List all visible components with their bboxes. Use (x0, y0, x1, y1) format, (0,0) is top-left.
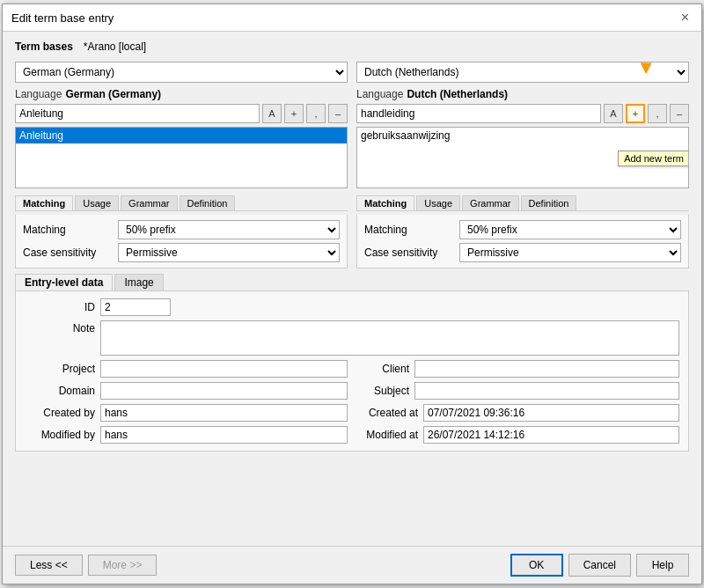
entry-level-tabs: Entry-level data Image (15, 274, 689, 290)
entry-level-section: Entry-level data Image ID Note Project (15, 274, 689, 452)
left-matching-tabs: Matching Usage Grammar Definition (15, 195, 348, 211)
left-tab-definition[interactable]: Definition (180, 195, 236, 210)
left-language-label: Language (15, 88, 62, 100)
right-tab-definition[interactable]: Definition (521, 195, 577, 210)
modified-by-label: Modified by (25, 429, 95, 441)
right-term-item-0[interactable]: gebruiksaanwijzing (357, 128, 688, 143)
subject-input[interactable] (414, 382, 679, 400)
right-matching-tabs: Matching Usage Grammar Definition (356, 195, 689, 211)
edit-term-dialog: Edit term base entry × Term bases *Arano… (2, 4, 702, 584)
cancel-button[interactable]: Cancel (568, 554, 631, 577)
created-at-input[interactable] (423, 404, 679, 422)
left-term-list: Anleitung (15, 127, 348, 188)
modified-at-input[interactable] (423, 426, 679, 444)
add-new-term-tooltip: Add new term (618, 151, 689, 166)
tab-image[interactable]: Image (114, 274, 163, 290)
created-by-input[interactable] (100, 404, 348, 422)
subject-row: Subject (356, 382, 679, 400)
footer-left: Less << More >> (15, 555, 157, 576)
project-client-row: Project Client (25, 360, 679, 378)
right-matching-content: Matching 50% prefix Case sensitivity Per… (356, 215, 689, 268)
left-tab-grammar[interactable]: Grammar (121, 195, 177, 210)
right-tab-usage[interactable]: Usage (416, 195, 460, 210)
left-language-section: German (Germany) Language German (German… (15, 62, 348, 268)
left-btn-a[interactable]: A (262, 104, 282, 123)
tab-entry-level-data[interactable]: Entry-level data (15, 274, 113, 290)
term-bases-row: Term bases *Arano [local] (15, 40, 689, 53)
left-tab-usage[interactable]: Usage (75, 195, 119, 210)
left-term-input[interactable] (15, 104, 260, 123)
project-label: Project (25, 363, 95, 375)
right-case-row: Case sensitivity Permissive (364, 243, 681, 262)
title-bar: Edit term base entry × (3, 4, 701, 32)
left-case-select[interactable]: Permissive (118, 243, 340, 262)
right-matching-select[interactable]: 50% prefix (459, 220, 681, 239)
dialog-body: Term bases *Arano [local] German (German… (3, 32, 701, 546)
modified-by-input[interactable] (100, 426, 348, 444)
domain-label: Domain (25, 385, 95, 397)
left-btn-minus[interactable]: – (328, 104, 348, 123)
created-by-row: Created by (25, 404, 348, 422)
right-language-label: Language (356, 88, 403, 100)
left-case-label: Case sensitivity (23, 246, 111, 259)
left-btn-plus[interactable]: + (284, 104, 304, 123)
term-bases-value: *Arano [local] (84, 40, 146, 53)
right-btn-comma[interactable]: , (648, 104, 667, 123)
note-row: Note (25, 320, 679, 356)
left-matching-content: Matching 50% prefix Case sensitivity Per… (15, 215, 348, 268)
created-row: Created by Created at (25, 404, 679, 422)
left-term-input-row: A + , – (15, 104, 348, 123)
left-matching-label: Matching (23, 224, 111, 236)
ok-button[interactable]: OK (510, 554, 563, 577)
right-tab-grammar[interactable]: Grammar (462, 195, 518, 210)
dialog-footer: Less << More >> OK Cancel Help (3, 546, 701, 584)
close-button[interactable]: × (678, 10, 693, 26)
client-input[interactable] (414, 360, 679, 378)
created-at-row: Created at (356, 404, 679, 422)
right-tab-matching[interactable]: Matching (356, 195, 414, 210)
right-btn-a[interactable]: A (604, 104, 623, 123)
left-matching-row: Matching 50% prefix (23, 220, 340, 239)
right-term-list: gebruiksaanwijzing Add new term (356, 127, 689, 188)
left-language-name: German (Germany) (65, 88, 161, 100)
language-columns: German (Germany) Language German (German… (15, 62, 689, 268)
left-lang-header: Language German (Germany) (15, 88, 348, 100)
help-button[interactable]: Help (636, 554, 689, 577)
id-input[interactable] (100, 298, 171, 316)
left-btn-comma[interactable]: , (306, 104, 326, 123)
modified-at-label: Modified at (356, 429, 418, 441)
domain-subject-row: Domain Subject (25, 382, 679, 400)
term-bases-label: Term bases (15, 40, 73, 53)
left-case-row: Case sensitivity Permissive (23, 243, 340, 262)
client-label: Client (356, 363, 409, 375)
less-button[interactable]: Less << (15, 555, 83, 576)
modified-row: Modified by Modified at (25, 426, 679, 444)
right-btn-plus[interactable]: + (626, 104, 645, 123)
right-case-label: Case sensitivity (364, 246, 452, 259)
project-input[interactable] (100, 360, 348, 378)
more-button[interactable]: More >> (88, 555, 158, 576)
note-label: Note (25, 320, 95, 334)
note-input[interactable] (100, 320, 679, 356)
right-language-section: Dutch (Netherlands) ▼ Language Dutch (Ne… (356, 62, 689, 268)
right-matching-label: Matching (364, 224, 452, 236)
domain-input[interactable] (100, 382, 348, 400)
created-at-label: Created at (356, 407, 418, 419)
left-language-select[interactable]: German (Germany) (15, 62, 348, 83)
created-by-label: Created by (25, 407, 95, 419)
footer-right: OK Cancel Help (510, 554, 689, 577)
right-btn-minus[interactable]: – (670, 104, 689, 123)
arrow-indicator: ▼ (636, 56, 656, 79)
project-row: Project (25, 360, 348, 378)
right-matching-row: Matching 50% prefix (364, 220, 681, 239)
left-tab-matching[interactable]: Matching (15, 195, 73, 210)
right-term-input[interactable] (356, 104, 601, 123)
left-matching-select[interactable]: 50% prefix (118, 220, 340, 239)
id-label: ID (25, 301, 95, 313)
dialog-title: Edit term base entry (11, 11, 114, 25)
client-row: Client (356, 360, 679, 378)
domain-row: Domain (25, 382, 348, 400)
left-term-item-0[interactable]: Anleitung (16, 128, 347, 143)
modified-by-row: Modified by (25, 426, 348, 444)
right-case-select[interactable]: Permissive (459, 243, 681, 262)
